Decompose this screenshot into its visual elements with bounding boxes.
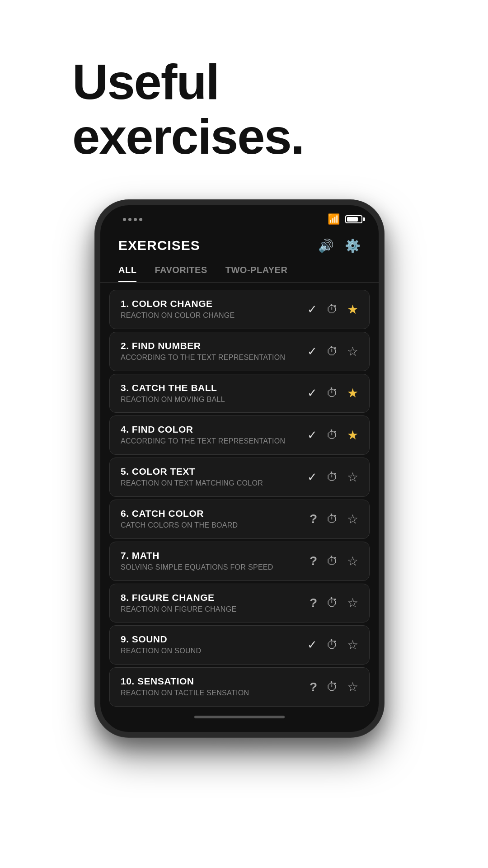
app-header: EXERCISES 🔊 ⚙️ xyxy=(100,229,379,258)
exercise-desc: REACTION ON SOUND xyxy=(121,646,300,656)
exercise-actions: ? ⏱ ☆ xyxy=(310,679,358,694)
page-title: Useful exercises. xyxy=(72,54,416,164)
status-check-icon: ✓ xyxy=(307,638,317,652)
history-icon[interactable]: ⏱ xyxy=(326,512,338,526)
history-icon[interactable]: ⏱ xyxy=(326,554,338,568)
exercise-item-7[interactable]: 7. MATH SOLVING SIMPLE EQUATIONS FOR SPE… xyxy=(109,542,370,581)
exercise-item-8[interactable]: 8. FIGURE CHANGE REACTION ON FIGURE CHAN… xyxy=(109,584,370,623)
exercise-desc: ACCORDING TO THE TEXT REPRESENTATION xyxy=(121,437,300,446)
exercise-text: 5. COLOR TEXT REACTION ON TEXT MATCHING … xyxy=(121,466,300,488)
header-icons: 🔊 ⚙️ xyxy=(318,238,361,253)
exercise-text: 4. FIND COLOR ACCORDING TO THE TEXT REPR… xyxy=(121,424,300,446)
status-check-icon: ✓ xyxy=(307,470,317,484)
exercise-item-9[interactable]: 9. SOUND REACTION ON SOUND ✓ ⏱ ☆ xyxy=(109,625,370,665)
favorite-star-icon[interactable]: ★ xyxy=(347,428,358,443)
history-icon[interactable]: ⏱ xyxy=(326,596,338,610)
exercise-actions: ✓ ⏱ ☆ xyxy=(307,637,358,652)
phone-frame: 📶 EXERCISES 🔊 ⚙️ ALL FAVORITES TWO-PLAYE… xyxy=(95,200,384,737)
wifi-icon: 📶 xyxy=(328,213,340,225)
exercise-actions: ✓ ⏱ ★ xyxy=(307,386,358,401)
signal-dots xyxy=(123,218,142,221)
status-check-icon: ✓ xyxy=(307,428,317,442)
title-line2: exercises. xyxy=(72,108,304,164)
exercise-name: 9. SOUND xyxy=(121,634,300,645)
exercise-name: 6. CATCH COLOR xyxy=(121,508,302,519)
favorite-star-icon[interactable]: ☆ xyxy=(347,595,358,610)
exercise-item-5[interactable]: 5. COLOR TEXT REACTION ON TEXT MATCHING … xyxy=(109,458,370,497)
app-title: EXERCISES xyxy=(118,238,200,253)
history-icon[interactable]: ⏱ xyxy=(326,302,338,316)
exercise-actions: ✓ ⏱ ☆ xyxy=(307,470,358,485)
history-icon[interactable]: ⏱ xyxy=(326,470,338,484)
exercise-item-2[interactable]: 2. FIND NUMBER ACCORDING TO THE TEXT REP… xyxy=(109,332,370,371)
status-check-icon: ✓ xyxy=(307,386,317,400)
exercise-item-6[interactable]: 6. CATCH COLOR CATCH COLORS ON THE BOARD… xyxy=(109,500,370,539)
favorite-star-icon[interactable]: ☆ xyxy=(347,344,358,359)
history-icon[interactable]: ⏱ xyxy=(326,680,338,694)
history-icon[interactable]: ⏱ xyxy=(326,344,338,359)
favorite-star-icon[interactable]: ☆ xyxy=(347,637,358,652)
exercise-name: 4. FIND COLOR xyxy=(121,424,300,435)
exercise-item-10[interactable]: 10. SENSATION REACTION ON TACTILE SENSAT… xyxy=(109,667,370,707)
history-icon[interactable]: ⏱ xyxy=(326,638,338,652)
settings-button[interactable]: ⚙️ xyxy=(345,238,361,253)
exercise-item-3[interactable]: 3. CATCH THE BALL REACTION ON MOVING BAL… xyxy=(109,374,370,413)
exercise-name: 10. SENSATION xyxy=(121,676,302,687)
exercise-text: 1. COLOR CHANGE REACTION ON COLOR CHANGE xyxy=(121,298,300,321)
exercise-actions: ✓ ⏱ ★ xyxy=(307,428,358,443)
favorite-star-icon[interactable]: ☆ xyxy=(347,470,358,485)
exercise-name: 5. COLOR TEXT xyxy=(121,466,300,477)
exercise-desc: REACTION ON TEXT MATCHING COLOR xyxy=(121,479,300,488)
exercise-actions: ✓ ⏱ ★ xyxy=(307,302,358,317)
exercise-desc: REACTION ON TACTILE SENSATION xyxy=(121,689,302,698)
exercise-desc: REACTION ON COLOR CHANGE xyxy=(121,311,300,321)
status-check-icon: ✓ xyxy=(307,344,317,359)
favorite-star-icon[interactable]: ☆ xyxy=(347,512,358,527)
exercise-text: 6. CATCH COLOR CATCH COLORS ON THE BOARD xyxy=(121,508,302,530)
battery-icon xyxy=(345,215,365,223)
exercise-list: 1. COLOR CHANGE REACTION ON COLOR CHANGE… xyxy=(100,290,379,707)
exercise-desc: SOLVING SIMPLE EQUATIONS FOR SPEED xyxy=(121,563,302,572)
exercise-text: 10. SENSATION REACTION ON TACTILE SENSAT… xyxy=(121,676,302,698)
exercise-text: 8. FIGURE CHANGE REACTION ON FIGURE CHAN… xyxy=(121,592,302,614)
exercise-text: 7. MATH SOLVING SIMPLE EQUATIONS FOR SPE… xyxy=(121,550,302,572)
status-question-icon: ? xyxy=(310,596,317,610)
status-bar: 📶 xyxy=(100,205,379,229)
favorite-star-icon[interactable]: ☆ xyxy=(347,554,358,569)
exercise-actions: ✓ ⏱ ☆ xyxy=(307,344,358,359)
dot3 xyxy=(134,218,137,221)
sound-button[interactable]: 🔊 xyxy=(318,238,334,253)
exercise-item-1[interactable]: 1. COLOR CHANGE REACTION ON COLOR CHANGE… xyxy=(109,290,370,329)
exercise-name: 1. COLOR CHANGE xyxy=(121,298,300,309)
favorite-star-icon[interactable]: ★ xyxy=(347,386,358,401)
home-bar xyxy=(194,716,285,718)
history-icon[interactable]: ⏱ xyxy=(326,386,338,400)
history-icon[interactable]: ⏱ xyxy=(326,428,338,442)
exercise-desc: REACTION ON MOVING BALL xyxy=(121,395,300,405)
status-check-icon: ✓ xyxy=(307,302,317,316)
favorite-star-icon[interactable]: ☆ xyxy=(347,679,358,694)
exercise-name: 7. MATH xyxy=(121,550,302,561)
exercise-name: 3. CATCH THE BALL xyxy=(121,382,300,393)
exercise-desc: REACTION ON FIGURE CHANGE xyxy=(121,605,302,614)
exercise-item-4[interactable]: 4. FIND COLOR ACCORDING TO THE TEXT REPR… xyxy=(109,415,370,455)
exercise-actions: ? ⏱ ☆ xyxy=(310,512,358,527)
exercise-name: 2. FIND NUMBER xyxy=(121,340,300,351)
dot1 xyxy=(123,218,126,221)
exercise-actions: ? ⏱ ☆ xyxy=(310,595,358,610)
tab-two-player[interactable]: TWO-PLAYER xyxy=(225,265,288,282)
exercise-text: 3. CATCH THE BALL REACTION ON MOVING BAL… xyxy=(121,382,300,405)
title-line1: Useful xyxy=(72,54,219,109)
exercise-name: 8. FIGURE CHANGE xyxy=(121,592,302,603)
exercise-desc: CATCH COLORS ON THE BOARD xyxy=(121,521,302,530)
favorite-star-icon[interactable]: ★ xyxy=(347,302,358,317)
dot2 xyxy=(128,218,131,221)
tab-favorites[interactable]: FAVORITES xyxy=(155,265,207,282)
status-question-icon: ? xyxy=(310,680,317,694)
status-question-icon: ? xyxy=(310,512,317,526)
status-question-icon: ? xyxy=(310,554,317,568)
exercise-actions: ? ⏱ ☆ xyxy=(310,554,358,569)
phone-wrapper: 📶 EXERCISES 🔊 ⚙️ ALL FAVORITES TWO-PLAYE… xyxy=(95,200,393,788)
tab-all[interactable]: ALL xyxy=(118,265,136,282)
exercise-desc: ACCORDING TO THE TEXT REPRESENTATION xyxy=(121,353,300,363)
